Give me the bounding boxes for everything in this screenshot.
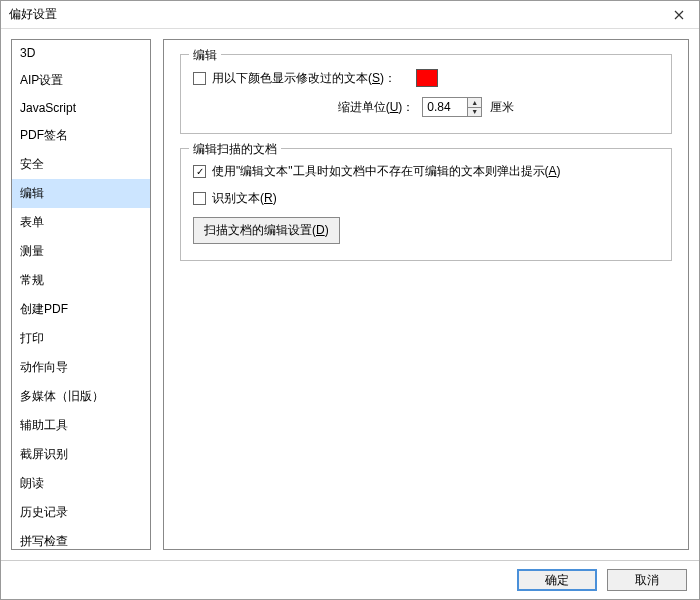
sidebar-item[interactable]: 测量: [12, 237, 150, 266]
indent-unit: 厘米: [490, 99, 514, 116]
color-swatch[interactable]: [416, 69, 438, 87]
sidebar-item[interactable]: AIP设置: [12, 66, 150, 95]
spinner-buttons: ▲ ▼: [467, 98, 481, 116]
recognize-label: 识别文本(R): [212, 190, 277, 207]
recognize-row: 识别文本(R): [193, 190, 659, 207]
sidebar-item[interactable]: 辅助工具: [12, 411, 150, 440]
sidebar-item[interactable]: 表单: [12, 208, 150, 237]
category-sidebar: 3DAIP设置JavaScriptPDF签名安全编辑表单测量常规创建PDF打印动…: [11, 39, 151, 550]
color-row: 用以下颜色显示修改过的文本(S)：: [193, 69, 659, 87]
settings-panel: 编辑 用以下颜色显示修改过的文本(S)： 缩进单位(U)：: [163, 39, 689, 550]
cancel-button[interactable]: 取消: [607, 569, 687, 591]
category-list-scroll[interactable]: 3DAIP设置JavaScriptPDF签名安全编辑表单测量常规创建PDF打印动…: [12, 40, 150, 549]
sidebar-item[interactable]: 3D: [12, 40, 150, 66]
sidebar-item[interactable]: 动作向导: [12, 353, 150, 382]
sidebar-item[interactable]: 拼写检查: [12, 527, 150, 549]
color-label: 用以下颜色显示修改过的文本(S)：: [212, 70, 396, 87]
sidebar-item[interactable]: 多媒体（旧版）: [12, 382, 150, 411]
scan-group: 编辑扫描的文档 使用"编辑文本"工具时如文档中不存在可编辑的文本则弹出提示(A)…: [180, 148, 672, 261]
window-title: 偏好设置: [9, 6, 57, 23]
titlebar: 偏好设置: [1, 1, 699, 29]
spinner-down[interactable]: ▼: [468, 108, 481, 117]
spinner-up[interactable]: ▲: [468, 98, 481, 108]
sidebar-item[interactable]: 打印: [12, 324, 150, 353]
sidebar-item[interactable]: 创建PDF: [12, 295, 150, 324]
sidebar-item[interactable]: JavaScript: [12, 95, 150, 121]
sidebar-item[interactable]: PDF签名: [12, 121, 150, 150]
recognize-checkbox[interactable]: [193, 192, 206, 205]
indent-input[interactable]: [423, 100, 467, 114]
indent-label: 缩进单位(U)：: [338, 99, 415, 116]
indent-spinner: ▲ ▼: [422, 97, 482, 117]
close-icon: [674, 10, 684, 20]
scan-group-legend: 编辑扫描的文档: [189, 141, 281, 158]
prompt-row: 使用"编辑文本"工具时如文档中不存在可编辑的文本则弹出提示(A): [193, 163, 659, 180]
edit-group-legend: 编辑: [189, 47, 221, 64]
prompt-label: 使用"编辑文本"工具时如文档中不存在可编辑的文本则弹出提示(A): [212, 163, 561, 180]
scan-settings-row: 扫描文档的编辑设置(D): [193, 217, 659, 244]
content-area: 3DAIP设置JavaScriptPDF签名安全编辑表单测量常规创建PDF打印动…: [1, 29, 699, 560]
color-checkbox[interactable]: [193, 72, 206, 85]
edit-group: 编辑 用以下颜色显示修改过的文本(S)： 缩进单位(U)：: [180, 54, 672, 134]
sidebar-item[interactable]: 常规: [12, 266, 150, 295]
preferences-dialog: 偏好设置 3DAIP设置JavaScriptPDF签名安全编辑表单测量常规创建P…: [0, 0, 700, 600]
sidebar-item[interactable]: 截屏识别: [12, 440, 150, 469]
scan-settings-button[interactable]: 扫描文档的编辑设置(D): [193, 217, 340, 244]
close-button[interactable]: [659, 1, 699, 28]
sidebar-item[interactable]: 历史记录: [12, 498, 150, 527]
category-list: 3DAIP设置JavaScriptPDF签名安全编辑表单测量常规创建PDF打印动…: [12, 40, 150, 549]
sidebar-item[interactable]: 安全: [12, 150, 150, 179]
dialog-footer: 确定 取消: [1, 560, 699, 599]
prompt-checkbox[interactable]: [193, 165, 206, 178]
ok-button[interactable]: 确定: [517, 569, 597, 591]
indent-row: 缩进单位(U)： ▲ ▼ 厘米: [193, 97, 659, 117]
sidebar-item[interactable]: 编辑: [12, 179, 150, 208]
sidebar-item[interactable]: 朗读: [12, 469, 150, 498]
